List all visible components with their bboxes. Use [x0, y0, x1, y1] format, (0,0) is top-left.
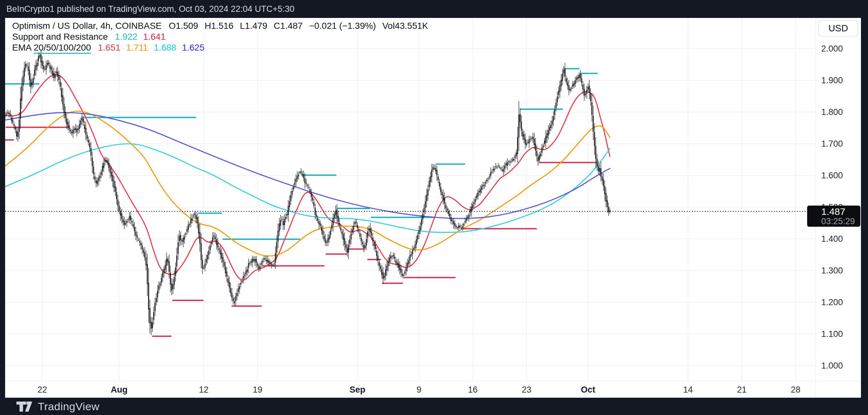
time-axis-label: 19	[235, 384, 280, 396]
chart-legend: Optimism / US Dollar, 4h, COINBASE O1.50…	[12, 21, 435, 53]
grid-lines	[5, 18, 815, 381]
sr-indicator-name: Support and Resistance	[12, 32, 108, 42]
current-price-badge: 1.487 03:25:29	[807, 205, 860, 227]
tradingview-snapshot: BeInCrypto1 published on TradingView.com…	[0, 0, 868, 415]
time-axis-label: 23	[504, 384, 549, 396]
price-axis-label: 1.700	[821, 139, 860, 149]
price-axis-label: 1.400	[821, 234, 860, 244]
tradingview-wordmark: TradingView	[38, 400, 100, 413]
currency-toggle-button[interactable]: USD	[818, 20, 858, 36]
price-axis-label: 2.000	[821, 43, 860, 54]
candle-countdown: 03:25:29	[821, 217, 855, 226]
footer-bar: TradingView	[0, 398, 868, 415]
price-axis-label: 1.200	[821, 297, 860, 308]
ema50-value: 1.711	[126, 42, 148, 53]
sr-resistance-value: 1.922	[115, 32, 137, 42]
support-resistance-lines	[0, 68, 598, 336]
attribution-text: BeInCrypto1 published on TradingView.com…	[6, 0, 294, 18]
time-axis-label: 12	[181, 384, 226, 396]
price-axis-label: 1.100	[821, 329, 860, 339]
time-axis-label: 21	[719, 384, 764, 396]
tradingview-logo-icon	[16, 400, 33, 413]
ohlc-close: C1.487	[274, 21, 303, 31]
price-axis-label: 1.800	[821, 107, 860, 117]
candle-bodies	[5, 55, 610, 329]
time-axis-label: 16	[450, 384, 495, 396]
ohlc-high: H1.516	[205, 21, 234, 31]
ohlc-change: −0.021 (−1.39%)	[309, 21, 376, 31]
ema20-line	[5, 74, 610, 280]
price-axis-label: 1.600	[821, 170, 860, 181]
ohlc-open: O1.509	[169, 21, 198, 31]
ema100-value: 1.688	[154, 42, 176, 53]
time-axis-separator	[5, 381, 861, 381]
ohlc-low: L1.479	[240, 21, 268, 31]
time-axis-label: Aug	[97, 384, 142, 396]
sr-support-value: 1.641	[143, 32, 165, 42]
price-axis-label: 1.300	[821, 265, 860, 276]
time-axis-label: Sep	[335, 384, 380, 396]
volume-value: Vol43.551K	[382, 21, 428, 31]
ema20-value: 1.651	[98, 42, 120, 53]
legend-ema-row[interactable]: EMA 20/50/100/200 1.651 1.711 1.688 1.62…	[12, 42, 435, 53]
legend-sr-row[interactable]: Support and Resistance 1.922 1.641	[12, 31, 435, 42]
current-price-value: 1.487	[821, 206, 845, 217]
ema-periods: 20/50/100/200	[34, 42, 91, 54]
time-axis-label: Oct	[566, 384, 611, 396]
price-chart-canvas[interactable]	[0, 0, 868, 415]
ema-indicator-name: EMA 20/50/100/200	[12, 42, 91, 53]
time-axis-label: 28	[773, 384, 818, 396]
time-axis-label: 14	[665, 384, 710, 396]
time-axis-label: 9	[397, 384, 441, 396]
time-axis-label: 22	[20, 384, 65, 396]
ema200-value: 1.625	[182, 42, 204, 53]
attribution-bar: BeInCrypto1 published on TradingView.com…	[0, 0, 868, 18]
legend-series-row[interactable]: Optimism / US Dollar, 4h, COINBASE O1.50…	[12, 21, 435, 31]
series-title: Optimism / US Dollar, 4h, COINBASE	[12, 21, 162, 31]
price-axis-label: 1.000	[821, 360, 860, 371]
tradingview-link[interactable]: TradingView	[16, 398, 100, 415]
price-axis-label: 1.900	[821, 75, 860, 86]
